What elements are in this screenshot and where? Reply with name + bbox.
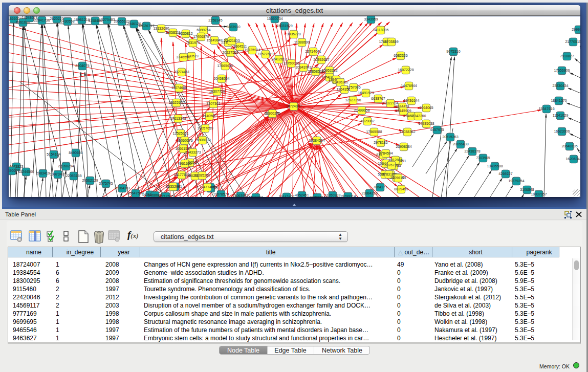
svg-text:3075745: 3075745 <box>99 182 113 185</box>
svg-text:16206344: 16206344 <box>565 157 580 161</box>
svg-text:3746598: 3746598 <box>176 55 190 59</box>
svg-text:20166438: 20166438 <box>452 142 468 146</box>
svg-text:13132690: 13132690 <box>153 27 169 30</box>
svg-text:23096153: 23096153 <box>390 176 406 180</box>
svg-text:19799114: 19799114 <box>340 194 356 197</box>
svg-text:17406879: 17406879 <box>193 35 209 38</box>
svg-text:10057659: 10057659 <box>197 126 213 130</box>
svg-text:15149848: 15149848 <box>206 38 222 42</box>
svg-text:8490656: 8490656 <box>69 151 82 155</box>
svg-text:22438378: 22438378 <box>464 149 480 153</box>
svg-text:20364361: 20364361 <box>114 186 130 190</box>
svg-text:22714041: 22714041 <box>305 50 321 53</box>
svg-text:17565588: 17565588 <box>366 130 382 134</box>
svg-text:15550734: 15550734 <box>267 17 282 20</box>
svg-text:15244500: 15244500 <box>18 170 34 173</box>
svg-text:2999883: 2999883 <box>572 28 580 31</box>
svg-text:6535209: 6535209 <box>166 185 180 188</box>
svg-text:19937057: 19937057 <box>531 192 547 196</box>
svg-text:20648195: 20648195 <box>561 144 577 148</box>
svg-text:3307301: 3307301 <box>206 102 220 105</box>
svg-text:20392657: 20392657 <box>313 58 329 61</box>
svg-text:21770515: 21770515 <box>565 40 580 43</box>
svg-text:12927396: 12927396 <box>345 98 361 102</box>
svg-text:3035728: 3035728 <box>287 32 300 36</box>
svg-text:17656906: 17656906 <box>554 69 570 72</box>
svg-text:4457975: 4457975 <box>430 128 444 132</box>
svg-text:12412612: 12412612 <box>271 57 287 61</box>
svg-text:3106848: 3106848 <box>520 188 534 191</box>
svg-text:19379254: 19379254 <box>508 179 524 183</box>
svg-text:18981216: 18981216 <box>74 18 90 21</box>
svg-text:11074688: 11074688 <box>171 86 187 90</box>
svg-text:16908100: 16908100 <box>194 138 210 142</box>
svg-text:20227559: 20227559 <box>222 51 238 54</box>
svg-text:15347616: 15347616 <box>538 107 554 111</box>
svg-text:6582326: 6582326 <box>394 54 407 57</box>
svg-text:19973477: 19973477 <box>50 172 66 176</box>
svg-text:17665640: 17665640 <box>217 64 233 68</box>
svg-text:14935038: 14935038 <box>418 122 434 125</box>
svg-text:20156684: 20156684 <box>309 195 325 197</box>
svg-text:18026717: 18026717 <box>138 24 154 28</box>
svg-text:22841736: 22841736 <box>34 18 50 22</box>
svg-text:11350932: 11350932 <box>325 193 341 197</box>
svg-text:3784504: 3784504 <box>379 151 393 155</box>
svg-text:19678574: 19678574 <box>213 192 229 196</box>
svg-text:17613348: 17613348 <box>170 117 186 120</box>
svg-text:6076731: 6076731 <box>384 163 398 167</box>
svg-text:2983419: 2983419 <box>36 171 50 175</box>
svg-text:5840397: 5840397 <box>249 195 263 197</box>
svg-text:3883910: 3883910 <box>226 25 240 29</box>
svg-text:16491923: 16491923 <box>358 91 374 95</box>
svg-text:23300275: 23300275 <box>264 112 280 115</box>
svg-text:16060376: 16060376 <box>177 139 192 142</box>
svg-text:4929082: 4929082 <box>360 119 374 123</box>
svg-text:3430558: 3430558 <box>60 19 74 23</box>
svg-text:19142407: 19142407 <box>278 195 294 197</box>
svg-text:21499058: 21499058 <box>354 108 369 112</box>
svg-text:23285250: 23285250 <box>194 173 210 177</box>
svg-text:20943743: 20943743 <box>295 65 311 69</box>
svg-text:8204075: 8204075 <box>75 64 89 68</box>
svg-text:19725914: 19725914 <box>244 48 260 52</box>
svg-text:10322734: 10322734 <box>382 101 398 105</box>
svg-text:8829459: 8829459 <box>394 187 408 191</box>
svg-text:4140560: 4140560 <box>202 114 216 118</box>
svg-text:21433273: 21433273 <box>185 150 201 154</box>
svg-text:13270483: 13270483 <box>99 18 115 21</box>
svg-text:11541029: 11541029 <box>553 114 569 117</box>
svg-text:20647509: 20647509 <box>127 191 143 195</box>
svg-text:23436262: 23436262 <box>332 80 348 84</box>
svg-text:20515263: 20515263 <box>442 135 458 139</box>
svg-text:15031529: 15031529 <box>276 24 292 28</box>
svg-text:11388699: 11388699 <box>294 40 310 44</box>
svg-text:12750036: 12750036 <box>283 61 299 65</box>
svg-text:13038362: 13038362 <box>399 130 415 134</box>
svg-text:16072228: 16072228 <box>398 68 413 72</box>
svg-text:7910827: 7910827 <box>560 54 574 58</box>
svg-text:16307710: 16307710 <box>209 90 225 93</box>
svg-text:12477488: 12477488 <box>199 185 215 189</box>
svg-text:4961630: 4961630 <box>178 162 191 165</box>
svg-text:5154104: 5154104 <box>47 152 60 156</box>
svg-text:6099754: 6099754 <box>197 28 210 32</box>
svg-text:6638767: 6638767 <box>371 97 385 100</box>
svg-text:18841570: 18841570 <box>551 99 567 102</box>
svg-text:3604511: 3604511 <box>233 45 247 48</box>
svg-text:4269227: 4269227 <box>498 172 512 176</box>
svg-text:23908384: 23908384 <box>396 145 411 148</box>
svg-text:22160294: 22160294 <box>58 164 74 168</box>
svg-text:12525131: 12525131 <box>172 132 188 135</box>
svg-text:2978182: 2978182 <box>374 141 387 144</box>
svg-text:8783180: 8783180 <box>382 172 396 176</box>
svg-text:3703859: 3703859 <box>384 40 398 43</box>
svg-text:16623006: 16623006 <box>554 129 570 133</box>
svg-text:23884213: 23884213 <box>361 191 377 195</box>
svg-text:10342260: 10342260 <box>410 114 426 118</box>
svg-text:14476944: 14476944 <box>401 84 417 87</box>
svg-text:13495588: 13495588 <box>487 164 503 168</box>
svg-text:23830434: 23830434 <box>552 84 568 87</box>
svg-text:15063972: 15063972 <box>232 194 248 197</box>
svg-text:22053165: 22053165 <box>66 174 81 178</box>
